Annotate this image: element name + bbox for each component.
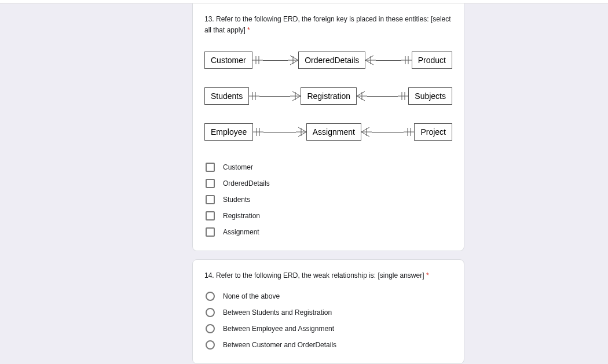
question-13-options: CustomerOrderedDetailsStudentsRegistrati… — [204, 159, 452, 240]
svg-line-19 — [292, 96, 301, 101]
radio-icon — [206, 324, 215, 333]
erd-line — [263, 60, 288, 61]
erd-entity-left: Students — [204, 87, 249, 105]
erd-diagram: CustomerOrderedDetailsProductStudentsReg… — [204, 52, 452, 141]
erd-entity-middle: Registration — [301, 87, 357, 105]
option-label: Between Customer and OrderDetails — [223, 341, 336, 349]
erd-cardinality-one-icon — [401, 54, 412, 67]
radio-icon — [206, 340, 215, 350]
question-14-prompt: 14. Refer to the following ERD, the weak… — [204, 271, 424, 280]
option-label: Students — [223, 196, 250, 204]
erd-cardinality-many-icon — [357, 90, 367, 102]
question-13-text: 13. Refer to the following ERD, the fore… — [204, 14, 452, 35]
checkbox-icon — [206, 211, 215, 220]
erd-cardinality-many-icon — [361, 126, 372, 138]
erd-row: CustomerOrderedDetailsProduct — [204, 52, 452, 69]
checkbox-icon — [206, 195, 215, 204]
option-label: Customer — [223, 163, 253, 171]
question-14-text: 14. Refer to the following ERD, the weak… — [204, 270, 452, 281]
option-label: OrderedDetails — [223, 179, 270, 187]
erd-cardinality-many-icon — [288, 54, 298, 67]
erd-cardinality-one-icon — [252, 54, 263, 67]
erd-entity-right: Project — [414, 123, 452, 141]
radio-option[interactable]: Between Employee and Assignment — [204, 321, 452, 337]
option-label: Between Employee and Assignment — [223, 325, 334, 333]
page-column: 13. Refer to the following ERD, the fore… — [192, 3, 464, 364]
svg-line-32 — [298, 127, 306, 132]
checkbox-option[interactable]: OrderedDetails — [204, 175, 452, 192]
erd-cardinality-one-icon — [253, 126, 263, 138]
question-14-card: 14. Refer to the following ERD, the weak… — [192, 259, 464, 364]
radio-option[interactable]: None of the above — [204, 288, 452, 304]
svg-line-9 — [365, 60, 373, 65]
erd-entity-middle: OrderedDetails — [298, 52, 365, 69]
option-label: Registration — [223, 212, 260, 220]
option-label: Assignment — [223, 228, 259, 236]
checkbox-option[interactable]: Assignment — [204, 224, 452, 240]
erd-entity-right: Subjects — [408, 87, 452, 105]
question-14-options: None of the aboveBetween Students and Re… — [204, 288, 452, 353]
svg-line-5 — [290, 60, 298, 65]
question-13-card: 13. Refer to the following ERD, the fore… — [192, 3, 464, 251]
checkbox-icon — [206, 227, 215, 237]
question-13-prompt: 13. Refer to the following ERD, the fore… — [204, 15, 451, 34]
checkbox-icon — [206, 179, 215, 188]
erd-line — [259, 96, 290, 97]
erd-line — [367, 96, 398, 97]
svg-line-33 — [298, 132, 306, 137]
svg-line-36 — [361, 127, 369, 132]
checkbox-option[interactable]: Customer — [204, 159, 452, 175]
option-label: None of the above — [223, 292, 280, 300]
checkbox-option[interactable]: Registration — [204, 208, 452, 224]
radio-option[interactable]: Between Students and Registration — [204, 304, 452, 321]
erd-cardinality-many-icon — [365, 54, 376, 67]
erd-cardinality-many-icon — [296, 126, 306, 138]
erd-entity-left: Customer — [204, 52, 252, 69]
svg-line-23 — [357, 96, 365, 101]
radio-option[interactable]: Between Customer and OrderDetails — [204, 337, 452, 353]
erd-line — [372, 132, 404, 133]
erd-row: StudentsRegistrationSubjects — [204, 87, 452, 105]
erd-row: EmployeeAssignmentProject — [204, 123, 452, 141]
required-asterisk: * — [247, 26, 250, 34]
radio-icon — [206, 308, 215, 317]
checkbox-icon — [206, 163, 215, 172]
svg-line-4 — [290, 56, 298, 60]
erd-entity-right: Product — [412, 52, 452, 69]
erd-line — [263, 132, 296, 133]
svg-line-8 — [365, 56, 373, 60]
erd-entity-middle: Assignment — [306, 123, 361, 141]
radio-icon — [206, 292, 215, 301]
erd-line — [376, 60, 401, 61]
erd-cardinality-many-icon — [290, 90, 301, 102]
erd-entity-left: Employee — [204, 123, 253, 141]
erd-cardinality-one-icon — [249, 90, 259, 102]
required-asterisk: * — [426, 271, 429, 280]
svg-line-22 — [357, 91, 365, 96]
erd-cardinality-one-icon — [404, 126, 414, 138]
svg-line-18 — [292, 91, 301, 96]
checkbox-option[interactable]: Students — [204, 192, 452, 208]
option-label: Between Students and Registration — [223, 308, 332, 317]
svg-line-37 — [361, 132, 369, 137]
erd-cardinality-one-icon — [398, 90, 408, 102]
